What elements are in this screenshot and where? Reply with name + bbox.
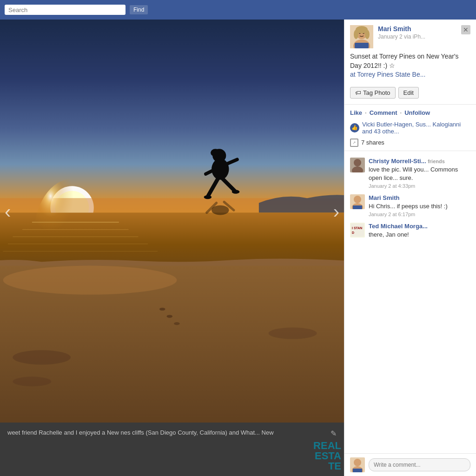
search-input[interactable] [5,5,126,15]
close-button[interactable]: ✕ [461,25,470,34]
svg-point-42 [354,159,361,166]
comment-author-3[interactable]: Ted Michael Morga... [369,223,470,230]
comment-time-1: January 2 at 4:33pm [369,183,470,189]
comment-item: Christy Morrell-Sti... friends love the … [344,155,476,192]
comments-section: Christy Morrell-Sti... friends love the … [344,153,476,453]
comment-text-1: love the pic. Will you... Commons open l… [369,165,470,182]
svg-point-53 [354,459,361,466]
comment-body-1: Christy Morrell-Sti... friends love the … [369,158,470,189]
svg-point-45 [354,196,361,203]
comment-input-row [344,453,476,476]
comment-input[interactable] [369,458,470,471]
comment-author-2[interactable]: Mari Smith [369,194,470,201]
svg-point-38 [354,30,358,39]
comment-text-2: Hi Chris... if peeps use this! :) [369,202,470,211]
next-photo-button[interactable]: › [333,201,339,222]
likes-icon: 👍 [350,123,359,132]
shares-count[interactable]: 7 shares [361,139,384,146]
author-avatar[interactable] [350,25,373,48]
bottom-caption-bar: weet friend Rachelle and I enjoyed a New… [0,423,344,476]
svg-point-30 [167,315,172,317]
post-caption: Sunset at Torrey Pines on New Year's Day… [344,52,476,83]
location-link[interactable]: at Torrey Pines State Be... [350,71,425,78]
comment-author-1[interactable]: Christy Morrell-Sti... friends [369,158,470,165]
prev-photo-button[interactable]: ‹ [5,201,11,222]
divider-2 [344,151,476,151]
comment-body-3: Ted Michael Morga... there, Jan one! [369,223,470,239]
svg-point-27 [13,377,51,386]
comment-avatar-3: I STAN D [350,223,365,238]
caption-text: Sunset at Torrey Pines on New Year's Day… [350,53,459,69]
action-buttons: 🏷 Tag Photo Edit [344,83,476,102]
post-meta: Mari Smith January 2 via iPh... [378,25,456,40]
watermark: REAL ESTA TE [313,441,341,471]
shares-row: ↗ 7 shares [344,137,476,149]
post-details-panel: Mari Smith January 2 via iPh... ✕ Sunset… [344,20,476,476]
tag-photo-button[interactable]: 🏷 Tag Photo [350,87,396,99]
top-navigation-bar: Find [0,0,476,20]
svg-rect-47 [353,205,362,209]
post-header: Mari Smith January 2 via iPh... ✕ [344,20,476,52]
comment-relation-1: friends [428,159,445,164]
svg-rect-49 [351,224,364,237]
svg-point-26 [13,350,71,364]
current-user-avatar [350,457,365,472]
comment-item-3: I STAN D Ted Michael Morga... there, Jan… [344,220,476,242]
comment-avatar-1 [350,158,365,172]
post-date: January 2 via iPh... [378,33,456,40]
svg-point-28 [269,327,317,339]
svg-text:D: D [352,231,354,234]
unfollow-button[interactable]: Unfollow [404,109,430,116]
svg-rect-55 [353,469,362,472]
edit-caption-button[interactable]: ✎ [331,429,337,438]
svg-point-16 [211,149,220,157]
svg-rect-40 [355,43,369,48]
post-author-name[interactable]: Mari Smith [378,25,456,33]
svg-point-13 [3,266,177,295]
edit-button[interactable]: Edit [398,87,419,99]
comment-text-3: there, Jan one! [369,231,470,239]
comment-avatar-2 [350,194,365,209]
svg-point-22 [232,190,240,194]
comment-item-2: Mari Smith Hi Chris... if peeps use this… [344,192,476,220]
beach-sunset-photo [0,20,344,423]
svg-text:I STAN: I STAN [352,226,362,230]
like-button[interactable]: Like [350,109,362,116]
divider-1 [344,104,476,105]
comment-time-2: January 2 at 6:17pm [369,212,470,217]
edit-label: Edit [403,89,414,96]
comment-body-2: Mari Smith Hi Chris... if peeps use this… [369,194,470,217]
likes-text[interactable]: Vicki Butler-Hagen, Sus... Kalogianni an… [362,121,470,135]
bottom-caption-text: weet friend Rachelle and I enjoyed a New… [7,428,326,437]
tag-label: Tag Photo [363,89,390,96]
svg-point-29 [159,308,165,311]
svg-point-31 [174,322,179,325]
svg-point-21 [204,195,212,199]
svg-point-39 [365,30,370,39]
tag-icon: 🏷 [355,89,361,96]
shares-icon: ↗ [350,139,358,147]
likes-row: 👍 Vicki Butler-Hagen, Sus... Kalogianni … [344,119,476,137]
comment-button[interactable]: Comment [370,109,397,116]
interaction-bar: Like · Comment · Unfollow [344,106,476,119]
photo-container [0,20,344,423]
find-button[interactable]: Find [129,5,148,15]
